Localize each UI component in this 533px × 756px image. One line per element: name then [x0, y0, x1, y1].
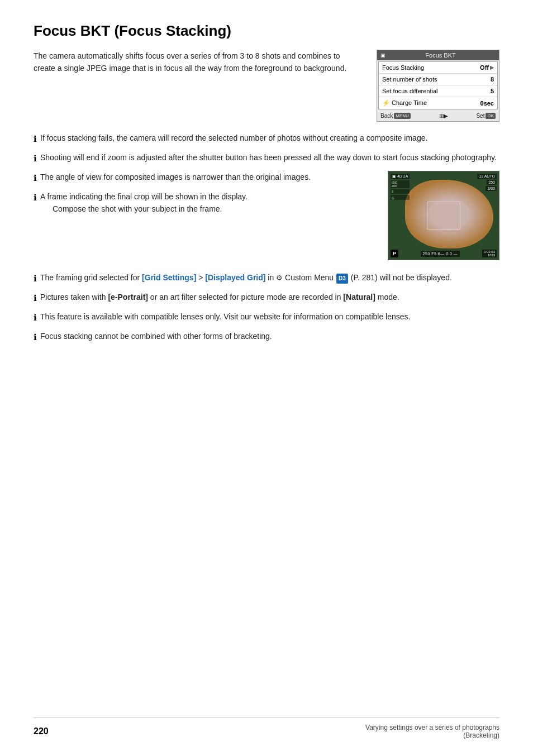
- note-icon-4: ℹ: [34, 191, 37, 204]
- note-text-2: Shooting will end if zoom is adjusted af…: [40, 151, 499, 164]
- vf-right-250: 250: [487, 180, 497, 185]
- intro-section: The camera automatically shifts focus ov…: [34, 50, 499, 122]
- row-label-focus-diff: Set focus differential: [382, 88, 437, 94]
- d3-badge: D3: [336, 274, 348, 284]
- note2-icon-1: ℹ: [34, 272, 37, 285]
- page-title: Focus BKT (Focus Stacking): [34, 22, 499, 40]
- viewfinder-text-notes: ℹ The angle of view for composited image…: [34, 171, 371, 260]
- row-label-charge-time: ⚡ Charge Time: [382, 99, 427, 107]
- row-value-charge-time: 0sec: [480, 99, 494, 107]
- note2-icon-2: ℹ: [34, 291, 37, 305]
- back-label: Back: [380, 113, 393, 119]
- vf-right-auto: 13 AUTO: [477, 174, 497, 179]
- note-item-1: ℹ If focus stacking fails, the camera wi…: [34, 132, 499, 146]
- footer-caption: Varying settings over a series of photog…: [365, 724, 499, 739]
- note2-icon-3: ℹ: [34, 311, 37, 324]
- page-number: 220: [34, 726, 49, 736]
- panel-row-num-shots: Set number of shots 8: [379, 74, 497, 85]
- camera-panel-rows: Focus Stacking Off ▶ Set number of shots…: [378, 61, 498, 109]
- panel-row-focus-stacking: Focus Stacking Off ▶: [379, 62, 497, 74]
- vf-center-frame: [427, 202, 460, 229]
- displayed-grid-link: [Displayed Grid]: [205, 273, 265, 282]
- notes-section2: ℹ The framing grid selected for [Grid Se…: [34, 271, 499, 344]
- note-text-3: The angle of view for composited images …: [40, 171, 371, 183]
- note2-text-1: The framing grid selected for [Grid Sett…: [40, 271, 499, 284]
- vf-top-left-icon: ▣ 4D 2A: [391, 174, 410, 179]
- vf-right-303: 3/03: [486, 186, 497, 191]
- vf-bottom-bar: P 250 F5:6— 0:0 — 0:02:031023: [391, 250, 497, 257]
- footer-middle: ⊞▶: [439, 113, 448, 119]
- vf-left-icon1: ≡: [391, 189, 410, 194]
- intro-text: The camera automatically shifts focus ov…: [34, 50, 360, 75]
- ok-btn: OK: [486, 113, 496, 119]
- note2-item-2: ℹ Pictures taken with [e-Portrait] or an…: [34, 291, 499, 305]
- camera-panel-footer: Back MENU ⊞▶ Set OK: [377, 111, 499, 121]
- panel-header-icon: ▣: [380, 52, 386, 58]
- footer-set: Set OK: [476, 113, 496, 119]
- note-item-2: ℹ Shooting will end if zoom is adjusted …: [34, 151, 499, 165]
- page-footer: 220 Varying settings over a series of ph…: [34, 717, 499, 739]
- footer-caption-line2: (Bracketing): [365, 731, 499, 739]
- vf-left-indicators: ▣ 4D 2A ISO200 ≡ △: [391, 174, 410, 200]
- note2-icon-4: ℹ: [34, 331, 37, 344]
- e-portrait-label: [e-Portrait]: [108, 293, 148, 302]
- middle-icon: ⊞▶: [439, 113, 448, 119]
- note2-text-3: This feature is available with compatibl…: [40, 310, 499, 323]
- notes-section: ℹ If focus stacking fails, the camera wi…: [34, 132, 499, 260]
- set-label: Set: [476, 113, 484, 119]
- row-label-num-shots: Set number of shots: [382, 76, 437, 83]
- note2-item-1: ℹ The framing grid selected for [Grid Se…: [34, 271, 499, 285]
- vf-right-indicators: 13 AUTO 250 3/03: [477, 174, 497, 191]
- note-text-1: If focus stacking fails, the camera will…: [40, 132, 499, 144]
- vf-mode-p: P: [391, 250, 398, 257]
- note-text-4b: Compose the shot with your subject in th…: [53, 203, 248, 215]
- viewfinder-section: ℹ The angle of view for composited image…: [34, 171, 499, 260]
- vf-bottom-left: 250 F5:6— 0:0 —: [421, 251, 460, 257]
- grid-settings-link: [Grid Settings]: [142, 273, 196, 282]
- note-text-4a: A frame indicating the final crop will b…: [40, 190, 248, 203]
- footer-caption-line1: Varying settings over a series of photog…: [365, 724, 499, 731]
- gear-icon: ⚙: [276, 272, 283, 284]
- note-item-4: ℹ A frame indicating the final crop will…: [34, 190, 371, 216]
- menu-btn: MENU: [394, 113, 411, 119]
- row-label-focus-stacking: Focus Stacking: [382, 64, 424, 71]
- note-item-3: ℹ The angle of view for composited image…: [34, 171, 371, 185]
- note-icon-2: ℹ: [34, 152, 37, 165]
- natural-label: [Natural]: [343, 293, 375, 302]
- vf-iso: ISO200: [391, 180, 410, 188]
- camera-panel-title: Focus BKT: [386, 52, 496, 59]
- note-icon-1: ℹ: [34, 132, 37, 146]
- note2-text-4: Focus stacking cannot be combined with o…: [40, 330, 499, 342]
- camera-panel: ▣ Focus BKT Focus Stacking Off ▶ Set num…: [377, 50, 499, 122]
- panel-row-charge-time: ⚡ Charge Time 0sec: [379, 97, 497, 109]
- note2-item-3: ℹ This feature is available with compati…: [34, 310, 499, 324]
- row-value-num-shots: 8: [491, 76, 494, 83]
- vf-bottom-right: 0:02:031023: [482, 250, 497, 257]
- note2-text-2: Pictures taken with [e-Portrait] or an a…: [40, 291, 499, 303]
- note2-item-4: ℹ Focus stacking cannot be combined with…: [34, 330, 499, 344]
- vf-left-icon2: △: [391, 195, 410, 200]
- row-value-focus-diff: 5: [491, 88, 494, 94]
- row-arrow-focus-stacking: ▶: [490, 65, 494, 70]
- vf-top-bar: ▣ 4D 2A ISO200 ≡ △ 13 AUTO 250 3/03: [391, 174, 497, 200]
- note-icon-3: ℹ: [34, 171, 37, 185]
- viewfinder-image: ▣ 4D 2A ISO200 ≡ △ 13 AUTO 250 3/03 P 25…: [388, 171, 499, 260]
- row-value-focus-stacking: Off ▶: [480, 64, 494, 71]
- footer-back: Back MENU: [380, 113, 411, 119]
- panel-row-focus-diff: Set focus differential 5: [379, 85, 497, 97]
- camera-panel-header: ▣ Focus BKT: [377, 50, 499, 60]
